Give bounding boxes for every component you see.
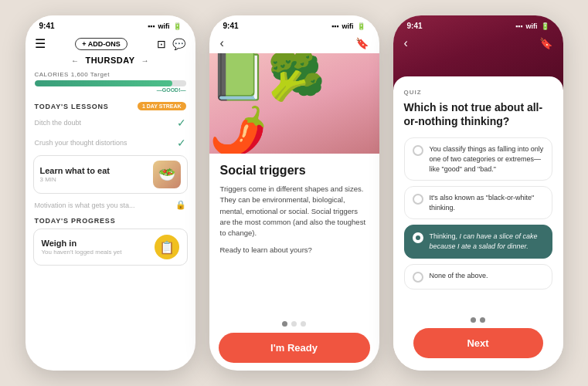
phone3-content: 9:41 ▪▪▪ wifi 🔋 ‹ 🔖 QUIZ Which is not tr… <box>393 15 563 371</box>
radio-3 <box>413 232 423 243</box>
phone1-navbar: ☰ + ADD-ONS ⊡ 💬 <box>25 33 195 54</box>
lessons-title: TODAY'S LESSONS <box>35 103 109 110</box>
radio-1 <box>413 145 423 156</box>
quiz-options: You classify things as falling into only… <box>404 137 552 314</box>
status-icons-2: ▪▪▪ wifi 🔋 <box>331 22 365 30</box>
article-question: Ready to learn about yours? <box>220 245 369 256</box>
next-day-button[interactable]: → <box>141 56 150 65</box>
status-bar-2: 9:41 ▪▪▪ wifi 🔋 <box>209 15 379 33</box>
battery-icon-2: 🔋 <box>357 22 365 30</box>
phone2-body: Social triggers Triggers come in differe… <box>209 154 379 317</box>
signal-icon-3: ▪▪▪ <box>515 22 523 30</box>
progress-section-header: TODAY'S PROGRESS <box>25 214 195 227</box>
quiz-card: QUIZ Which is not true about all-or-noth… <box>393 76 563 371</box>
day-navigator: ← THURSDAY → <box>25 54 195 68</box>
bookmark-button-2[interactable]: 🔖 <box>355 37 369 49</box>
nav-action-icons: ⊡ 💬 <box>157 38 185 50</box>
wifi-icon: wifi <box>158 22 170 30</box>
option-text-1: You classify things as falling into only… <box>430 144 544 174</box>
dot-3-2 <box>480 317 485 323</box>
status-time-1: 9:41 <box>39 22 55 30</box>
lesson-item[interactable]: Crush your thought distortions ✓ <box>25 133 195 153</box>
lesson-name: Ditch the doubt <box>35 119 82 127</box>
option-text-3: Thinking, I can have a slice of cake bec… <box>430 232 544 251</box>
wifi-icon-2: wifi <box>342 22 354 30</box>
current-day: THURSDAY <box>85 56 134 65</box>
article-body: Triggers come in different shapes and si… <box>220 184 369 239</box>
weigh-in-info: Weigh in You haven't logged meals yet <box>42 239 122 256</box>
phone-2: 9:41 ▪▪▪ wifi 🔋 ‹ 🔖 📗🥦🌶️ Social triggers… <box>209 15 379 371</box>
bookmark-button-3[interactable]: 🔖 <box>539 37 552 49</box>
active-lesson-item[interactable]: Learn what to eat 3 MIN 🥗 <box>33 155 188 194</box>
weigh-in-card[interactable]: Weigh in You haven't logged meals yet 📋 <box>33 229 188 266</box>
progress-title: TODAY'S PROGRESS <box>35 217 116 225</box>
menu-icon[interactable]: ☰ <box>35 36 46 51</box>
locked-lesson-name: Motivation is what gets you sta... <box>35 201 135 209</box>
signal-icon-2: ▪▪▪ <box>331 22 339 30</box>
lesson-thumbnail: 🥗 <box>153 161 181 188</box>
status-bar-3: 9:41 ▪▪▪ wifi 🔋 <box>393 15 563 33</box>
quiz-option-3[interactable]: Thinking, I can have a slice of cake bec… <box>404 225 552 258</box>
status-time-2: 9:41 <box>223 22 239 30</box>
page-dots-3 <box>404 314 552 325</box>
quiz-question: Which is not true about all-or-nothing t… <box>404 100 552 128</box>
weigh-in-subtitle: You haven't logged meals yet <box>42 249 122 256</box>
add-ons-label: + ADD-ONS <box>82 40 120 48</box>
dot-3 <box>301 321 306 327</box>
share-icon[interactable]: ⊡ <box>157 38 166 50</box>
quiz-option-2[interactable]: It's also known as "black-or-white" thin… <box>404 186 552 219</box>
status-icons-3: ▪▪▪ wifi 🔋 <box>515 22 549 30</box>
quiz-option-1[interactable]: You classify things as falling into only… <box>404 137 552 181</box>
hero-emoji-2: 📗🥦🌶️ <box>209 53 379 154</box>
calories-section: CALORIES 1,600 Target —GOOD!— <box>25 68 195 97</box>
phone2-navbar: ‹ 🔖 <box>209 33 379 53</box>
active-lesson-name: Learn what to eat <box>40 166 110 175</box>
option-text-2: It's also known as "black-or-white" thin… <box>430 193 544 212</box>
signal-icon: ▪▪▪ <box>148 22 155 30</box>
lock-icon: 🔒 <box>175 200 186 210</box>
back-button-2[interactable]: ‹ <box>220 36 224 50</box>
active-lesson-info: Learn what to eat 3 MIN <box>40 166 110 183</box>
hero-image-2: 📗🥦🌶️ <box>209 53 379 154</box>
phone-3: 9:41 ▪▪▪ wifi 🔋 ‹ 🔖 QUIZ Which is not tr… <box>393 15 563 371</box>
im-ready-button[interactable]: I'm Ready <box>219 333 370 363</box>
radio-4 <box>413 272 423 283</box>
quiz-option-4[interactable]: None of the above. <box>404 264 552 290</box>
streak-badge: 1 DAY STREAK <box>138 102 186 110</box>
lesson-name: Crush your thought distortions <box>35 139 127 147</box>
check-icon: ✓ <box>177 117 186 129</box>
article-title: Social triggers <box>220 163 369 178</box>
status-bar-1: 9:41 ▪▪▪ wifi 🔋 <box>25 15 195 33</box>
calories-good-label: —GOOD!— <box>35 87 186 93</box>
option-text-4: None of the above. <box>430 271 488 281</box>
dot-3-1 <box>471 317 476 323</box>
page-dots-2 <box>209 317 379 330</box>
battery-icon: 🔋 <box>173 22 182 30</box>
dot-2 <box>291 321 297 327</box>
weigh-in-title: Weigh in <box>42 239 122 248</box>
calories-label: CALORIES 1,600 Target <box>35 71 186 78</box>
quiz-label: QUIZ <box>404 89 552 96</box>
radio-2 <box>413 194 423 205</box>
weigh-in-icon: 📋 <box>155 235 179 259</box>
dot-1 <box>282 321 287 327</box>
active-lesson-duration: 3 MIN <box>40 176 110 183</box>
lesson-item-locked: Motivation is what gets you sta... 🔒 <box>25 196 195 214</box>
prev-day-button[interactable]: ← <box>71 56 80 65</box>
battery-icon-3: 🔋 <box>541 22 549 30</box>
back-button-3[interactable]: ‹ <box>404 36 408 50</box>
add-ons-button[interactable]: + ADD-ONS <box>75 38 127 50</box>
next-button[interactable]: Next <box>413 328 543 358</box>
calories-bar-fill <box>35 80 172 86</box>
lesson-item[interactable]: Ditch the doubt ✓ <box>25 113 195 133</box>
lessons-section-header: TODAY'S LESSONS 1 DAY STREAK <box>25 97 195 113</box>
phone3-navbar: ‹ 🔖 <box>393 33 563 53</box>
status-time-3: 9:41 <box>407 22 423 30</box>
wifi-icon-3: wifi <box>526 22 538 30</box>
status-icons-1: ▪▪▪ wifi 🔋 <box>148 22 182 30</box>
check-icon: ✓ <box>177 137 186 149</box>
message-icon[interactable]: 💬 <box>172 38 185 50</box>
calories-bar <box>35 80 186 86</box>
phone-1: 9:41 ▪▪▪ wifi 🔋 ☰ + ADD-ONS ⊡ 💬 ← THURSD… <box>25 15 195 371</box>
